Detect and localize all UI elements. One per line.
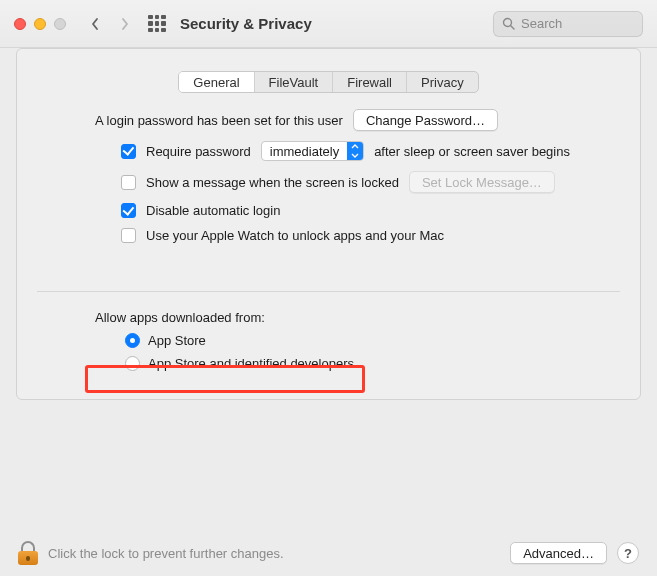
- tab-segment: General FileVault Firewall Privacy: [178, 71, 478, 93]
- tab-label: FileVault: [269, 75, 319, 90]
- general-content: A login password has been set for this u…: [17, 109, 640, 371]
- minimize-window-button[interactable]: [34, 18, 46, 30]
- show-message-label: Show a message when the screen is locked: [146, 175, 399, 190]
- window-title: Security & Privacy: [180, 15, 312, 32]
- chevron-left-icon: [90, 17, 100, 31]
- apple-watch-row: Use your Apple Watch to unlock apps and …: [121, 228, 620, 243]
- disable-auto-login-row: Disable automatic login: [121, 203, 620, 218]
- allow-apps-appstore-row: App Store: [125, 333, 620, 348]
- radio-identified-developers[interactable]: [125, 356, 140, 371]
- toolbar: Security & Privacy Search: [0, 0, 657, 48]
- show-message-checkbox[interactable]: [121, 175, 136, 190]
- window-controls: [14, 18, 66, 30]
- disable-auto-login-checkbox[interactable]: [121, 203, 136, 218]
- allow-apps-title: Allow apps downloaded from:: [95, 310, 620, 325]
- tab-firewall[interactable]: Firewall: [333, 72, 407, 92]
- tab-bar: General FileVault Firewall Privacy: [17, 71, 640, 93]
- apple-watch-checkbox[interactable]: [121, 228, 136, 243]
- footer: Click the lock to prevent further change…: [0, 530, 657, 576]
- svg-line-1: [511, 26, 515, 30]
- radio-identified-developers-label: App Store and identified developers: [148, 356, 354, 371]
- zoom-window-button: [54, 18, 66, 30]
- tab-label: Firewall: [347, 75, 392, 90]
- change-password-button[interactable]: Change Password…: [353, 109, 498, 131]
- require-password-prefix: Require password: [146, 144, 251, 159]
- lock-keyhole-icon: [26, 556, 30, 561]
- disable-auto-login-label: Disable automatic login: [146, 203, 280, 218]
- back-button[interactable]: [84, 13, 106, 35]
- set-lock-message-button: Set Lock Message…: [409, 171, 555, 193]
- divider: [37, 291, 620, 292]
- require-password-suffix: after sleep or screen saver begins: [374, 144, 570, 159]
- chevron-right-icon: [120, 17, 130, 31]
- search-placeholder: Search: [521, 16, 562, 31]
- tab-general[interactable]: General: [179, 72, 254, 92]
- show-message-row: Show a message when the screen is locked…: [121, 171, 620, 193]
- login-password-row: A login password has been set for this u…: [95, 109, 620, 131]
- radio-app-store[interactable]: [125, 333, 140, 348]
- require-password-checkbox[interactable]: [121, 144, 136, 159]
- select-value: immediately: [262, 144, 347, 159]
- close-window-button[interactable]: [14, 18, 26, 30]
- tab-label: Privacy: [421, 75, 464, 90]
- allow-apps-identified-row: App Store and identified developers: [125, 356, 620, 371]
- stepper-icon: [347, 142, 363, 160]
- preferences-panel: General FileVault Firewall Privacy A log…: [16, 48, 641, 400]
- show-all-prefs-button[interactable]: [148, 15, 166, 33]
- tab-privacy[interactable]: Privacy: [407, 72, 478, 92]
- lock-help-text: Click the lock to prevent further change…: [48, 546, 284, 561]
- search-icon: [502, 17, 515, 30]
- radio-app-store-label: App Store: [148, 333, 206, 348]
- require-password-delay-select[interactable]: immediately: [261, 141, 364, 161]
- help-button[interactable]: ?: [617, 542, 639, 564]
- tab-filevault[interactable]: FileVault: [255, 72, 334, 92]
- tab-label: General: [193, 75, 239, 90]
- advanced-button[interactable]: Advanced…: [510, 542, 607, 564]
- apple-watch-label: Use your Apple Watch to unlock apps and …: [146, 228, 444, 243]
- login-password-text: A login password has been set for this u…: [95, 113, 343, 128]
- forward-button[interactable]: [114, 13, 136, 35]
- lock-button[interactable]: [18, 541, 38, 565]
- require-password-row: Require password immediately after sleep…: [121, 141, 620, 161]
- search-field[interactable]: Search: [493, 11, 643, 37]
